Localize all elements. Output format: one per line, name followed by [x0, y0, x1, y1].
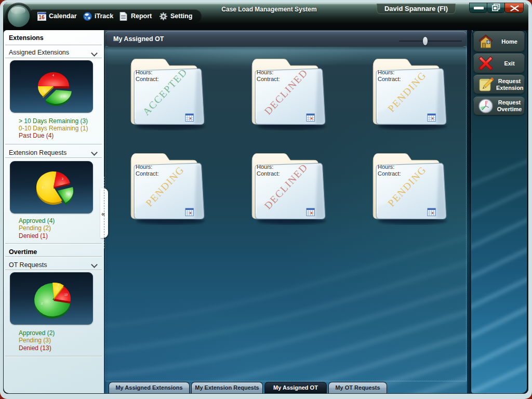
svg-text:3: 3 — [58, 284, 59, 287]
svg-text:4: 4 — [52, 74, 54, 77]
svg-text:16: 16 — [38, 14, 45, 20]
svg-text:2: 2 — [62, 177, 63, 180]
svg-text:2: 2 — [41, 302, 43, 305]
svg-text:13: 13 — [64, 293, 68, 296]
svg-text:4: 4 — [42, 186, 44, 189]
svg-text:3: 3 — [60, 95, 62, 98]
svg-text:1: 1 — [44, 90, 46, 93]
svg-text:1: 1 — [66, 192, 68, 195]
